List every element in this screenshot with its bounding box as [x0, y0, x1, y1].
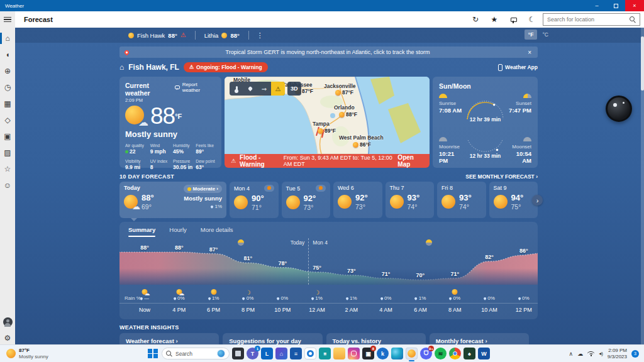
aqi-badge[interactable]: Moderate ›	[184, 185, 222, 193]
tab-lithia[interactable]: Lithia 88°	[196, 28, 248, 43]
insight-card-weather-forecast[interactable]: Weather forecast ›	[119, 333, 219, 344]
day-label: Sat 9	[494, 185, 507, 191]
taskbar-app-kayak[interactable]: k	[377, 348, 389, 359]
sidebar-item-hourly[interactable]: ◷	[0, 79, 15, 96]
hamburger-menu-button[interactable]	[0, 11, 15, 28]
map-3d-button[interactable]: 3D	[287, 82, 301, 96]
forecast-day[interactable]: Fri 8 93°74°	[437, 182, 486, 218]
celsius-button[interactable]: °C	[538, 30, 552, 40]
current-weather-time: 2:09 PM	[125, 97, 175, 103]
taskbar-app-copilot[interactable]: ≡	[290, 348, 302, 359]
map-canvas[interactable]: Mobile Tallahassee 87°F Jacksonville 87°…	[225, 77, 430, 154]
taskbar-search[interactable]: Search	[162, 348, 230, 359]
monthly-forecast-link[interactable]: SEE MONTHLY FORECAST ›	[465, 173, 538, 180]
open-map-link[interactable]: Open Map	[397, 154, 423, 168]
forecast-next-button[interactable]: ›	[532, 195, 543, 206]
forecast-day[interactable]: Mon 4 90°71°	[230, 182, 279, 218]
flood-warning-pill[interactable]: ⚠ Ongoing: Flood - Warning	[184, 62, 268, 72]
minimize-button[interactable]: –	[587, 0, 606, 11]
taskbar-app-weather-active[interactable]	[406, 348, 418, 359]
sidebar-item-settings[interactable]: ⚙	[0, 332, 15, 344]
maximize-button[interactable]	[606, 0, 625, 11]
sidebar-item-interests[interactable]: ☆	[0, 161, 15, 177]
metric-humidity: Humidity45%	[173, 143, 194, 155]
precipitation-layer-button[interactable]	[243, 82, 257, 96]
taskbar-app-instagram[interactable]	[348, 348, 360, 359]
notification-badge[interactable]: 3	[631, 350, 639, 358]
sidebar-item-radar[interactable]: ◖	[0, 47, 15, 63]
camera-overlay-orb[interactable]	[606, 96, 632, 122]
time-tick: 8 PM	[242, 307, 255, 313]
sidebar-item-3d-maps[interactable]: ⊕	[0, 63, 15, 79]
refresh-button[interactable]: ↻	[467, 13, 484, 26]
forecast-day[interactable]: Tue 5 92°73°	[282, 182, 331, 218]
metric-dew-point: Dew point63°	[196, 159, 216, 170]
taskbar-app-photos[interactable]: ▣8	[362, 348, 374, 359]
metric-uv-index: UV index8	[150, 159, 171, 170]
insight-card-monthly-forecast[interactable]: Monthly forecast ›	[430, 333, 529, 344]
forecast-day[interactable]: Sat 9 94°75°	[489, 182, 538, 218]
start-button[interactable]	[147, 348, 159, 360]
favorites-button[interactable]: ★	[486, 13, 502, 26]
banner-close-icon[interactable]: ×	[526, 49, 533, 56]
weather-map[interactable]: Mobile Tallahassee 87°F Jacksonville 87°…	[225, 77, 430, 168]
taskbar-app-store[interactable]: ⌂	[275, 348, 287, 359]
tab-summary[interactable]: Summary	[128, 226, 155, 237]
city-temp: 88°F	[339, 111, 357, 118]
sidebar-item-trends[interactable]: ▨	[0, 145, 15, 161]
volume-icon[interactable]: ◂)	[599, 351, 603, 356]
taskbar-app-linkedin[interactable]: L	[261, 348, 273, 359]
scrollbar[interactable]	[641, 28, 644, 344]
forecast-day-today[interactable]: Today ☁ 88°69° Moderate › Mostly sunny 1…	[119, 182, 226, 218]
storm-alert-banner[interactable]: Tropical Storm GERT is moving north-nort…	[119, 47, 538, 58]
tray-hidden-icons-chevron[interactable]: ∧	[569, 351, 574, 357]
scrollbar-thumb[interactable]	[641, 36, 644, 90]
window-title: Weather	[0, 3, 24, 9]
taskbar-app-discord[interactable]: ᗜ9+	[420, 348, 432, 359]
taskbar-app-edge[interactable]	[391, 348, 403, 359]
sidebar-item-home[interactable]: ⌂	[0, 30, 15, 47]
fahrenheit-button[interactable]: °F	[525, 30, 538, 40]
taskbar-app-word[interactable]: W	[478, 348, 490, 359]
tray-clock[interactable]: 2:09 PM 9/3/2023	[608, 348, 627, 360]
taskbar-app-file-explorer[interactable]	[333, 348, 345, 359]
severe-layer-button[interactable]: ⚠	[271, 82, 285, 96]
sunset-time: 7:47 PM	[509, 107, 531, 114]
close-button[interactable]: ×	[625, 0, 644, 11]
sidebar-item-feedback[interactable]: ☺	[0, 177, 15, 194]
search-icon[interactable]	[630, 16, 636, 23]
taskbar-app-solitaire[interactable]: ♠	[464, 348, 475, 359]
taskbar-app-spotify[interactable]: ≋	[435, 348, 447, 359]
weather-app-button[interactable]: Weather App	[498, 64, 538, 71]
insight-card-today-vs-history[interactable]: Today vs. history	[326, 333, 426, 344]
taskbar-app-chrome[interactable]	[449, 348, 461, 359]
profile-avatar[interactable]	[3, 317, 13, 327]
report-weather-button[interactable]: Report weather	[175, 82, 216, 93]
wifi-icon[interactable]	[587, 351, 594, 356]
forecast-day[interactable]: Wed 6 92°73°	[333, 182, 382, 218]
sidebar-item-pollen[interactable]: ◇	[0, 112, 15, 128]
dark-mode-button[interactable]: ☾	[524, 13, 540, 26]
tab-hourly[interactable]: Hourly	[169, 226, 186, 237]
time-tick: 6 PM	[207, 307, 220, 313]
flood-warning-bar[interactable]: ⚠ Flood - Warning From: Sun 3, 9:43 AM E…	[225, 154, 430, 168]
taskbar-app-clipchamp[interactable]: ≣	[319, 348, 331, 359]
forecast-day[interactable]: Thu 7 93°74°	[386, 182, 435, 218]
temperature-chart[interactable]: 88°88°87°81°78°75°73°71°70°71°82°86°Toda…	[119, 237, 538, 285]
tab-fish-hawk[interactable]: Fish Hawk 88° ⚠	[119, 28, 195, 43]
sidebar-item-life[interactable]: ▣	[0, 128, 15, 145]
wind-layer-button[interactable]: ⇒	[257, 82, 271, 96]
tabs-more-button[interactable]: ⋮	[249, 31, 271, 40]
taskbar-weather-widget[interactable]: 87°F Mostly sunny	[0, 345, 55, 362]
location-search[interactable]	[543, 13, 640, 26]
taskbar-app-loop[interactable]	[304, 348, 316, 359]
insight-card-suggestions[interactable]: Suggestions for your day	[223, 333, 322, 344]
taskbar-app-task-view[interactable]	[232, 348, 244, 359]
pin-to-start-button[interactable]	[505, 13, 521, 26]
temperature-layer-button[interactable]	[230, 82, 243, 96]
taskbar-app-teams[interactable]: T1	[247, 348, 258, 359]
onedrive-icon[interactable]: ☁	[577, 351, 583, 357]
sidebar-item-monthly[interactable]: ▦	[0, 96, 15, 112]
search-input[interactable]	[547, 16, 626, 23]
tab-more-details[interactable]: More details	[201, 226, 233, 237]
